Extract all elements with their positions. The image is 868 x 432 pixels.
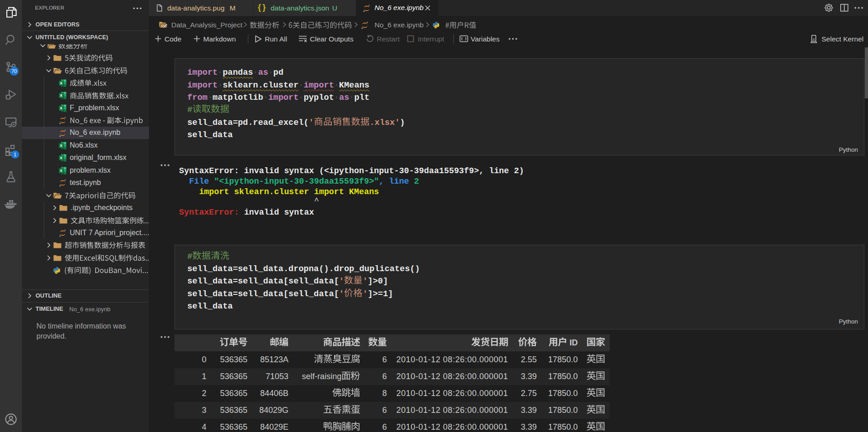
svg-text:x: x — [60, 155, 62, 160]
svg-text:x: x — [60, 93, 62, 98]
svg-text:x: x — [60, 168, 62, 173]
svg-text:x: x — [60, 81, 62, 85]
svg-text:x: x — [60, 106, 62, 110]
svg-text:x: x — [60, 143, 62, 148]
